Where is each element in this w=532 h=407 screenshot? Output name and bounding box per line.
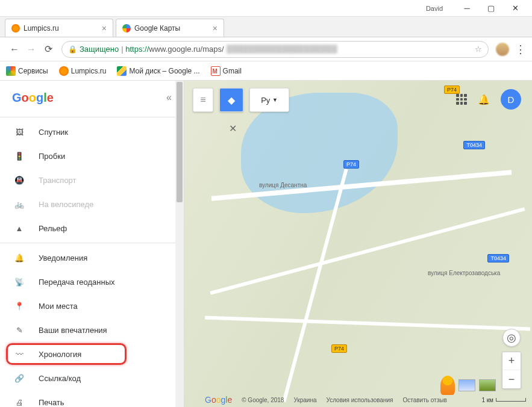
browser-menu-icon[interactable]: ⋮	[515, 43, 526, 56]
page-content: вулиця Десантна вулиця Електрозаводська …	[0, 81, 532, 407]
sidebar-item-timeline[interactable]: 〰 Хронология	[0, 342, 184, 366]
url-blurred: ████████████████████	[227, 45, 470, 54]
sidebar-item-share-embed[interactable]: 🔗 Ссылка/код	[0, 366, 184, 390]
satellite-icon: 🖼	[12, 125, 27, 139]
pegman-icon[interactable]	[440, 376, 455, 395]
scale-label: 1 км	[481, 397, 493, 403]
browser-tabstrip: Lumpics.ru × Google Карты ×	[0, 17, 532, 37]
route-badge: P74	[343, 160, 359, 169]
sidebar-item-location-sharing[interactable]: 📡 Передача геоданных	[0, 270, 184, 294]
tab-lumpics[interactable]: Lumpics.ru ×	[5, 19, 113, 37]
minimize-button[interactable]: ─	[455, 1, 479, 16]
tab-google-maps[interactable]: Google Карты ×	[116, 19, 224, 37]
chevron-down-icon: ▼	[272, 97, 278, 103]
menu-label: Мои места	[39, 302, 78, 311]
sidebar-item-terrain[interactable]: ▲ Рельеф	[0, 216, 184, 240]
account-avatar[interactable]: D	[501, 89, 521, 110]
zoom-out-button[interactable]: −	[502, 370, 521, 388]
favicon-gmaps	[122, 24, 131, 33]
language-label: Ру	[261, 96, 270, 105]
bell-icon: 🔔	[12, 250, 27, 265]
map-zoom-controls: ◎ + −	[502, 329, 521, 389]
sidebar-item-print[interactable]: 🖨 Печать	[0, 390, 184, 407]
sidebar-item-traffic[interactable]: 🚦 Пробки	[0, 144, 184, 168]
window-titlebar: David ─ ▢ ✕	[0, 0, 532, 17]
tab-title: Lumpics.ru	[23, 24, 59, 33]
zoom-in-button[interactable]: +	[502, 352, 521, 370]
menu-label: Передача геоданных	[39, 278, 115, 287]
divider	[0, 243, 184, 243]
link-icon: 🔗	[12, 371, 27, 385]
secure-label: Защищено	[80, 45, 119, 54]
route-badge: T0434	[487, 254, 509, 263]
imagery-thumbnail[interactable]	[458, 379, 475, 391]
print-icon: 🖨	[12, 395, 27, 407]
menu-label: Печать	[39, 398, 64, 407]
favicon-lumpics	[59, 66, 69, 76]
scrollbar-thumb[interactable]	[177, 82, 183, 202]
back-button[interactable]: ←	[6, 41, 23, 58]
collapse-sidebar-icon[interactable]: «	[166, 92, 172, 103]
sidebar-item-contributions[interactable]: ✎ Ваши впечатления	[0, 318, 184, 342]
directions-button[interactable]: ◆	[219, 88, 243, 112]
imagery-thumbnail[interactable]	[479, 379, 496, 391]
reload-button[interactable]: ⟳	[40, 41, 57, 58]
tab-title: Google Карты	[134, 24, 180, 33]
apps-icon	[6, 66, 16, 76]
my-location-button[interactable]: ◎	[502, 329, 521, 347]
sidebar-scrollbar[interactable]	[175, 81, 184, 407]
transit-icon: 🚇	[12, 173, 27, 187]
map-footer: Google © Google, 2018 Украина Условия ис…	[205, 395, 526, 405]
map-road	[210, 207, 525, 295]
country-text: Украина	[293, 397, 316, 403]
browser-addressbar: ← → ⟳ 🔒 Защищено | https:// www.google.r…	[0, 37, 532, 61]
window-user: David	[426, 5, 443, 12]
close-tab-icon[interactable]: ×	[213, 23, 217, 33]
bookmark-label: Gmail	[223, 67, 242, 75]
sidebar-item-your-places[interactable]: 📍 Мои места	[0, 294, 184, 318]
bookmark-drive[interactable]: Мой диск – Google ...	[117, 66, 199, 76]
favicon-lumpics	[11, 24, 20, 33]
bookmark-star-icon[interactable]: ☆	[475, 45, 482, 54]
bookmark-label: Lumpics.ru	[71, 67, 107, 75]
google-apps-icon[interactable]	[456, 94, 467, 105]
terms-link[interactable]: Условия использования	[326, 397, 393, 403]
close-window-button[interactable]: ✕	[503, 1, 527, 16]
terrain-icon: ▲	[12, 221, 27, 235]
close-tab-icon[interactable]: ×	[102, 23, 107, 33]
google-logo-small: Google	[205, 395, 232, 405]
forward-button[interactable]: →	[23, 41, 40, 58]
language-button[interactable]: Ру ▼	[249, 88, 289, 112]
sidebar-item-satellite[interactable]: 🖼 Спутник	[0, 120, 184, 144]
menu-label: Ваши впечатления	[39, 326, 107, 335]
bookmarks-bar: Сервисы Lumpics.ru Мой диск – Google ...…	[0, 61, 532, 81]
url-input[interactable]: 🔒 Защищено | https:// www.google.ru /map…	[61, 41, 489, 58]
maximize-button[interactable]: ▢	[479, 1, 503, 16]
close-search-icon[interactable]: ✕	[229, 123, 241, 135]
share-location-icon: 📡	[12, 275, 27, 289]
bookmark-lumpics[interactable]: Lumpics.ru	[59, 66, 107, 76]
google-logo: Google	[12, 91, 54, 105]
route-badge: P74	[331, 344, 347, 353]
menu-label: На велосипеде	[39, 200, 93, 209]
copyright-text: © Google, 2018	[242, 397, 284, 403]
notifications-icon[interactable]: 🔔	[478, 94, 490, 105]
account-controls: 🔔 D	[456, 89, 521, 110]
menu-label: Пробки	[39, 152, 65, 161]
menu-toggle-button[interactable]: ≡	[193, 88, 213, 112]
lock-icon: 🔒	[68, 45, 77, 54]
menu-label: Уведомления	[39, 253, 87, 263]
bookmark-gmail[interactable]: M Gmail	[211, 66, 242, 76]
sidebar-header: Google «	[0, 81, 184, 114]
feedback-link[interactable]: Оставить отзыв	[402, 397, 446, 403]
street-label: вулиця Електрозаводська	[428, 270, 500, 276]
sidebar-item-transit[interactable]: 🚇 Транспорт	[0, 168, 184, 192]
sidebar-item-biking[interactable]: 🚲 На велосипеде	[0, 192, 184, 216]
sidebar-item-notifications[interactable]: 🔔 Уведомления	[0, 246, 184, 270]
url-protocol: https://	[125, 45, 149, 54]
scale-bar	[496, 398, 526, 402]
bookmark-label: Мой диск – Google ...	[129, 67, 199, 75]
apps-button[interactable]: Сервисы	[6, 66, 48, 76]
streetview-controls	[440, 376, 496, 395]
extension-icon[interactable]	[496, 43, 509, 56]
